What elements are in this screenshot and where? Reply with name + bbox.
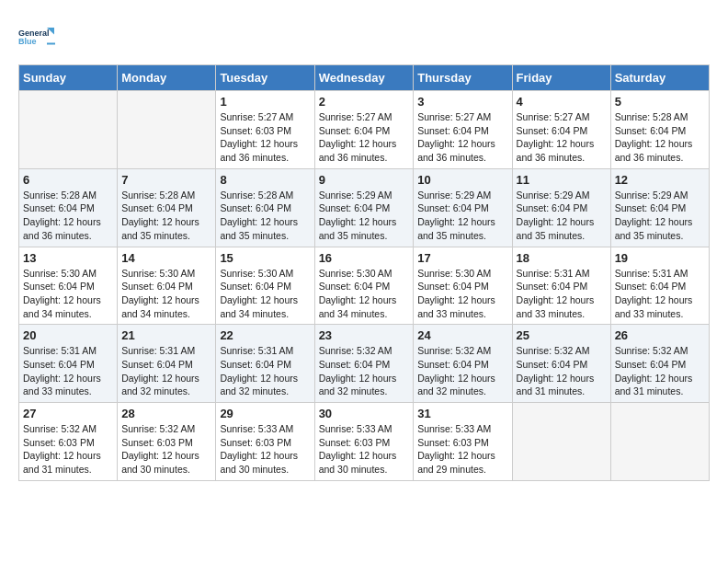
day-number: 31 [417,407,507,420]
calendar-cell: 20Sunrise: 5:31 AMSunset: 6:04 PMDayligh… [19,325,118,403]
day-number: 29 [220,407,310,420]
cell-info: Sunrise: 5:32 AMSunset: 6:04 PMDaylight:… [517,344,607,398]
calendar-week-row: 13Sunrise: 5:30 AMSunset: 6:04 PMDayligh… [19,247,710,325]
svg-text:General: General [18,29,50,38]
day-number: 4 [517,95,607,109]
cell-info: Sunrise: 5:31 AMSunset: 6:04 PMDaylight:… [220,344,310,398]
page-header: General Blue [18,18,710,55]
cell-info: Sunrise: 5:32 AMSunset: 6:04 PMDaylight:… [319,344,410,398]
calendar-week-row: 20Sunrise: 5:31 AMSunset: 6:04 PMDayligh… [19,325,710,403]
cell-info: Sunrise: 5:30 AMSunset: 6:04 PMDaylight:… [220,267,310,321]
logo-shape: General Blue [18,18,55,55]
calendar-cell: 28Sunrise: 5:32 AMSunset: 6:03 PMDayligh… [118,403,216,481]
calendar-cell: 31Sunrise: 5:33 AMSunset: 6:03 PMDayligh… [414,403,512,481]
header-saturday: Saturday [610,65,709,91]
calendar-cell: 5Sunrise: 5:28 AMSunset: 6:04 PMDaylight… [610,91,709,169]
day-number: 5 [615,95,705,109]
calendar-cell: 19Sunrise: 5:31 AMSunset: 6:04 PMDayligh… [610,247,709,325]
calendar-cell: 18Sunrise: 5:31 AMSunset: 6:04 PMDayligh… [512,247,610,325]
day-number: 1 [220,95,310,109]
cell-info: Sunrise: 5:29 AMSunset: 6:04 PMDaylight:… [319,189,410,243]
header-friday: Friday [512,65,610,91]
day-number: 25 [517,328,607,342]
day-number: 18 [517,251,607,265]
header-thursday: Thursday [414,65,512,91]
day-number: 26 [615,328,705,342]
calendar-cell [118,91,216,169]
cell-info: Sunrise: 5:30 AMSunset: 6:04 PMDaylight:… [417,267,507,321]
day-number: 3 [417,95,507,109]
cell-info: Sunrise: 5:28 AMSunset: 6:04 PMDaylight:… [615,110,705,165]
calendar-cell [610,403,709,481]
calendar-cell: 14Sunrise: 5:30 AMSunset: 6:04 PMDayligh… [118,247,216,325]
cell-info: Sunrise: 5:29 AMSunset: 6:04 PMDaylight:… [615,189,705,243]
calendar-cell: 10Sunrise: 5:29 AMSunset: 6:04 PMDayligh… [414,168,512,247]
day-number: 14 [121,251,211,265]
calendar-cell: 13Sunrise: 5:30 AMSunset: 6:04 PMDayligh… [19,247,118,325]
cell-info: Sunrise: 5:32 AMSunset: 6:04 PMDaylight:… [417,344,507,398]
cell-info: Sunrise: 5:28 AMSunset: 6:04 PMDaylight:… [23,189,113,243]
cell-info: Sunrise: 5:30 AMSunset: 6:04 PMDaylight:… [319,267,410,321]
day-number: 11 [517,173,607,187]
calendar-cell: 26Sunrise: 5:32 AMSunset: 6:04 PMDayligh… [610,325,709,403]
day-number: 16 [319,251,410,265]
calendar-cell [512,403,610,481]
day-number: 15 [220,251,310,265]
calendar-cell: 9Sunrise: 5:29 AMSunset: 6:04 PMDaylight… [314,168,414,247]
calendar-cell: 6Sunrise: 5:28 AMSunset: 6:04 PMDaylight… [19,168,118,247]
header-tuesday: Tuesday [216,65,314,91]
cell-info: Sunrise: 5:27 AMSunset: 6:04 PMDaylight:… [517,110,607,165]
calendar-cell [19,91,118,169]
cell-info: Sunrise: 5:32 AMSunset: 6:03 PMDaylight:… [121,422,211,477]
calendar-cell: 15Sunrise: 5:30 AMSunset: 6:04 PMDayligh… [216,247,314,325]
calendar-cell: 1Sunrise: 5:27 AMSunset: 6:03 PMDaylight… [216,91,314,169]
day-number: 2 [319,95,410,109]
logo-icon: General Blue [18,18,55,55]
day-number: 20 [23,328,113,342]
calendar-cell: 7Sunrise: 5:28 AMSunset: 6:04 PMDaylight… [118,168,216,247]
calendar-cell: 29Sunrise: 5:33 AMSunset: 6:03 PMDayligh… [216,403,314,481]
day-number: 7 [121,173,211,187]
cell-info: Sunrise: 5:28 AMSunset: 6:04 PMDaylight:… [121,189,211,243]
day-number: 6 [23,173,113,187]
calendar-cell: 27Sunrise: 5:32 AMSunset: 6:03 PMDayligh… [19,403,118,481]
cell-info: Sunrise: 5:28 AMSunset: 6:04 PMDaylight:… [220,189,310,243]
cell-info: Sunrise: 5:29 AMSunset: 6:04 PMDaylight:… [517,189,607,243]
calendar-week-row: 6Sunrise: 5:28 AMSunset: 6:04 PMDaylight… [19,168,710,247]
day-number: 10 [417,173,507,187]
day-number: 27 [23,407,113,420]
calendar-cell: 30Sunrise: 5:33 AMSunset: 6:03 PMDayligh… [314,403,414,481]
calendar-cell: 16Sunrise: 5:30 AMSunset: 6:04 PMDayligh… [314,247,414,325]
day-number: 12 [615,173,705,187]
calendar-header-row: SundayMondayTuesdayWednesdayThursdayFrid… [19,65,710,91]
cell-info: Sunrise: 5:27 AMSunset: 6:03 PMDaylight:… [220,110,310,165]
cell-info: Sunrise: 5:33 AMSunset: 6:03 PMDaylight:… [417,422,507,477]
cell-info: Sunrise: 5:31 AMSunset: 6:04 PMDaylight:… [23,344,113,398]
calendar-cell: 8Sunrise: 5:28 AMSunset: 6:04 PMDaylight… [216,168,314,247]
cell-info: Sunrise: 5:31 AMSunset: 6:04 PMDaylight:… [615,267,705,321]
day-number: 28 [121,407,211,420]
calendar-cell: 11Sunrise: 5:29 AMSunset: 6:04 PMDayligh… [512,168,610,247]
header-monday: Monday [118,65,216,91]
day-number: 22 [220,328,310,342]
cell-info: Sunrise: 5:32 AMSunset: 6:04 PMDaylight:… [615,344,705,398]
calendar-cell: 4Sunrise: 5:27 AMSunset: 6:04 PMDaylight… [512,91,610,169]
calendar-cell: 24Sunrise: 5:32 AMSunset: 6:04 PMDayligh… [414,325,512,403]
day-number: 17 [417,251,507,265]
calendar-cell: 2Sunrise: 5:27 AMSunset: 6:04 PMDaylight… [314,91,414,169]
day-number: 30 [319,407,410,420]
svg-text:Blue: Blue [18,37,37,46]
calendar-cell: 22Sunrise: 5:31 AMSunset: 6:04 PMDayligh… [216,325,314,403]
cell-info: Sunrise: 5:32 AMSunset: 6:03 PMDaylight:… [23,422,113,477]
logo: General Blue [18,18,55,55]
cell-info: Sunrise: 5:33 AMSunset: 6:03 PMDaylight:… [319,422,410,477]
day-number: 19 [615,251,705,265]
header-sunday: Sunday [19,65,118,91]
svg-rect-3 [47,43,55,45]
day-number: 21 [121,328,211,342]
day-number: 13 [23,251,113,265]
cell-info: Sunrise: 5:30 AMSunset: 6:04 PMDaylight:… [121,267,211,321]
calendar-cell: 25Sunrise: 5:32 AMSunset: 6:04 PMDayligh… [512,325,610,403]
cell-info: Sunrise: 5:30 AMSunset: 6:04 PMDaylight:… [23,267,113,321]
calendar-table: SundayMondayTuesdayWednesdayThursdayFrid… [18,64,710,481]
